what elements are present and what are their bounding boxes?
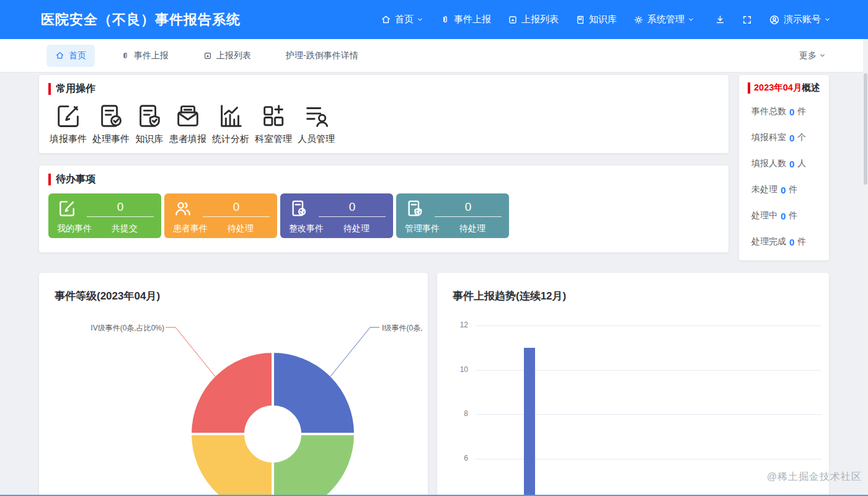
todo-card-rectify-events[interactable]: 0 整改事件 待处理 [280, 193, 393, 238]
nav-label: 系统管理 [647, 14, 684, 25]
fullscreen-icon [742, 15, 752, 25]
quick-actions-panel: 常用操作 填报事件 处理事件 知识库 患者填报 统计分析 科室管理 人员管理 [39, 75, 728, 153]
header-nav: 首页 事件上报 上报列表 知识库 系统管理 演示账号 [381, 0, 831, 39]
home-icon [55, 51, 64, 60]
nav-label: 知识库 [589, 14, 617, 25]
stat-value: 0 [789, 237, 794, 247]
todo-card-manage-events[interactable]: 0 管理事件 待处理 [396, 193, 509, 238]
quick-item-label: 统计分析 [212, 133, 249, 145]
quick-actions-row: 填报事件 处理事件 知识库 患者填报 统计分析 科室管理 人员管理 [50, 102, 719, 145]
report-list-icon [508, 15, 518, 25]
chevron-down-icon [824, 16, 831, 23]
tabs-more-button[interactable]: 更多 [799, 50, 826, 61]
edit-square-icon [54, 102, 82, 130]
more-label: 更多 [799, 50, 817, 61]
nav-label: 首页 [395, 14, 414, 25]
nav-label: 事件上报 [454, 14, 491, 25]
download-button[interactable] [715, 14, 725, 25]
quick-item-knowledge[interactable]: 知识库 [135, 102, 164, 145]
quick-item-label: 处理事件 [92, 133, 130, 145]
summary-stats: 事件总数0件 填报科室0个 填报人数0人 未处理0件 处理中0件 处理完成0件 [751, 99, 829, 255]
nav-item-home[interactable]: 首页 [381, 14, 423, 25]
todo-cards: 0 我的事件 共提交 0 患者事件 待处理 0 整改事件 [48, 193, 719, 238]
quick-item-statistics[interactable]: 统计分析 [212, 102, 249, 145]
chevron-down-icon [819, 52, 826, 59]
card-bottom: 患者事件 待处理 [173, 223, 270, 234]
card-count: 0 [203, 200, 270, 217]
doc-check-icon [289, 198, 309, 218]
paperclip-icon [121, 51, 130, 60]
tab-bar: 首页 事件上报 上报列表 护理-跌倒事件详情 更多 [0, 39, 868, 73]
quick-item-label: 填报事件 [50, 133, 87, 145]
todo-title: 待办事项 [48, 173, 719, 186]
envelope-icon [174, 102, 202, 130]
stat-value: 0 [789, 133, 794, 143]
card-count: 0 [87, 200, 154, 217]
nav-item-knowledge[interactable]: 知识库 [575, 14, 617, 25]
quick-item-patient-report[interactable]: 患者填报 [169, 102, 206, 145]
stat-row: 未处理0件 [751, 177, 829, 203]
quick-item-handle-event[interactable]: 处理事件 [92, 102, 130, 145]
tab-label: 事件上报 [134, 50, 169, 61]
nav-item-report-event[interactable]: 事件上报 [440, 14, 491, 25]
nav-item-system[interactable]: 系统管理 [634, 14, 694, 25]
home-icon [381, 14, 391, 25]
tab-report-event[interactable]: 事件上报 [112, 45, 177, 67]
book-icon [575, 15, 585, 25]
card-count: 0 [435, 200, 502, 217]
edit-square-icon [57, 198, 77, 218]
doc-check-icon [97, 102, 125, 130]
scrollbar-thumb[interactable] [864, 73, 867, 185]
stat-value: 0 [781, 211, 786, 221]
red-accent-bar [48, 83, 51, 95]
card-name: 整改事件 [289, 223, 327, 234]
todo-panel: 待办事项 0 我的事件 共提交 0 患者事件 待处理 [39, 166, 728, 252]
card-bottom: 我的事件 共提交 [57, 223, 154, 234]
tab-label: 首页 [69, 50, 86, 61]
todo-card-my-events[interactable]: 0 我的事件 共提交 [48, 193, 161, 238]
account-label: 演示账号 [784, 14, 821, 25]
quick-item-label: 科室管理 [255, 133, 292, 145]
paperclip-icon [440, 15, 450, 25]
modules-plus-icon [259, 102, 288, 130]
todo-card-patient-events[interactable]: 0 患者事件 待处理 [164, 193, 277, 238]
tab-home[interactable]: 首页 [46, 45, 95, 67]
y-axis-tick: 6 [447, 454, 468, 463]
list-person-icon [302, 102, 330, 130]
account-menu[interactable]: 演示账号 [769, 14, 831, 25]
tab-label: 护理-跌倒事件详情 [286, 50, 358, 61]
watermark: @稀土掘金技术社区 [767, 471, 862, 484]
tab-report-list[interactable]: 上报列表 [195, 45, 260, 67]
quick-item-fill-event[interactable]: 填报事件 [50, 102, 87, 145]
card-name: 患者事件 [173, 223, 211, 234]
stats-chart-icon [216, 102, 245, 130]
tab-nursing-fall-detail[interactable]: 护理-跌倒事件详情 [277, 45, 367, 67]
pie-label-iv: IV级事件(0条,占比0%) [91, 323, 164, 334]
card-bottom: 整改事件 待处理 [289, 223, 386, 234]
nav-item-report-list[interactable]: 上报列表 [508, 14, 559, 25]
card-count-label: 待处理 [211, 223, 270, 234]
trend-chart-panel: 事件上报趋势(连续12月) 12 10 8 6 [437, 273, 829, 496]
quick-item-department[interactable]: 科室管理 [255, 102, 292, 145]
trend-bar [524, 348, 535, 496]
app-header: 医院安全（不良）事件报告系统 首页 事件上报 上报列表 知识库 系统管理 [0, 0, 868, 39]
nav-label: 上报列表 [521, 14, 559, 25]
quick-item-personnel[interactable]: 人员管理 [298, 102, 335, 145]
report-list-icon [203, 51, 212, 60]
scrollbar-track[interactable] [863, 39, 868, 496]
tabs: 首页 事件上报 上报列表 护理-跌倒事件详情 [46, 45, 367, 67]
tab-label: 上报列表 [216, 50, 251, 61]
stat-row: 处理中0件 [751, 203, 829, 229]
y-axis-tick: 8 [447, 409, 468, 418]
event-level-chart-panel: 事件等级(2023年04月) IV级事件(0条,占比0%) Ⅰ级事件(0条, [39, 273, 428, 496]
fullscreen-button[interactable] [742, 15, 752, 25]
quick-item-label: 人员管理 [298, 133, 335, 145]
card-count-label: 共提交 [95, 223, 154, 234]
quick-item-label: 患者填报 [169, 133, 206, 145]
stat-row: 填报科室0个 [751, 125, 829, 151]
card-count: 0 [319, 200, 386, 217]
people-icon [173, 198, 193, 218]
doc-shield-icon [405, 198, 425, 218]
bar-chart-title: 事件上报趋势(连续12月) [453, 289, 566, 303]
card-bottom: 管理事件 待处理 [405, 223, 502, 234]
